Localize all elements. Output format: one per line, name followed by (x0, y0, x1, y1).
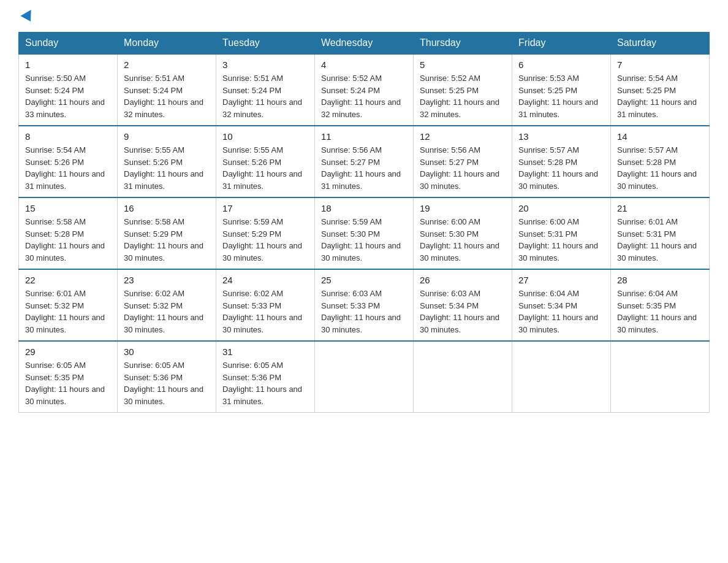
day-info: Sunrise: 5:59 AM Sunset: 5:30 PM Dayligh… (321, 216, 407, 264)
day-number: 26 (420, 275, 506, 285)
day-number: 1 (25, 59, 111, 70)
day-info: Sunrise: 5:57 AM Sunset: 5:28 PM Dayligh… (518, 144, 604, 192)
calendar-cell: 9 Sunrise: 5:55 AM Sunset: 5:26 PM Dayli… (118, 126, 216, 197)
day-info: Sunrise: 6:00 AM Sunset: 5:30 PM Dayligh… (420, 216, 506, 264)
day-number: 17 (222, 203, 308, 213)
calendar-cell: 10 Sunrise: 5:55 AM Sunset: 5:26 PM Dayl… (216, 126, 315, 197)
day-number: 30 (124, 347, 210, 357)
day-number: 2 (124, 59, 210, 70)
day-info: Sunrise: 5:54 AM Sunset: 5:25 PM Dayligh… (617, 72, 703, 120)
day-number: 28 (617, 275, 703, 285)
weekday-header-saturday: Saturday (611, 33, 710, 55)
calendar-week-row: 29 Sunrise: 6:05 AM Sunset: 5:35 PM Dayl… (19, 341, 710, 413)
calendar-cell: 26 Sunrise: 6:03 AM Sunset: 5:34 PM Dayl… (414, 269, 512, 341)
day-info: Sunrise: 5:51 AM Sunset: 5:24 PM Dayligh… (124, 72, 210, 120)
calendar-cell: 8 Sunrise: 5:54 AM Sunset: 5:26 PM Dayli… (19, 126, 118, 197)
day-info: Sunrise: 6:01 AM Sunset: 5:31 PM Dayligh… (617, 216, 703, 264)
calendar-cell: 1 Sunrise: 5:50 AM Sunset: 5:24 PM Dayli… (19, 54, 118, 126)
calendar-cell: 20 Sunrise: 6:00 AM Sunset: 5:31 PM Dayl… (512, 197, 611, 269)
calendar-cell: 16 Sunrise: 5:58 AM Sunset: 5:29 PM Dayl… (118, 197, 216, 269)
weekday-header-tuesday: Tuesday (216, 33, 315, 55)
calendar-cell: 28 Sunrise: 6:04 AM Sunset: 5:35 PM Dayl… (611, 269, 710, 341)
day-number: 4 (321, 59, 407, 70)
day-number: 6 (518, 59, 604, 70)
calendar-cell: 13 Sunrise: 5:57 AM Sunset: 5:28 PM Dayl… (512, 126, 611, 197)
calendar-cell: 24 Sunrise: 6:02 AM Sunset: 5:33 PM Dayl… (216, 269, 315, 341)
calendar-cell: 14 Sunrise: 5:57 AM Sunset: 5:28 PM Dayl… (611, 126, 710, 197)
weekday-header-monday: Monday (118, 33, 216, 55)
day-info: Sunrise: 6:05 AM Sunset: 5:35 PM Dayligh… (25, 359, 111, 407)
day-info: Sunrise: 6:03 AM Sunset: 5:34 PM Dayligh… (420, 288, 506, 335)
day-info: Sunrise: 5:56 AM Sunset: 5:27 PM Dayligh… (420, 144, 506, 192)
calendar-cell: 25 Sunrise: 6:03 AM Sunset: 5:33 PM Dayl… (315, 269, 414, 341)
day-info: Sunrise: 5:52 AM Sunset: 5:24 PM Dayligh… (321, 72, 407, 120)
weekday-header-row: SundayMondayTuesdayWednesdayThursdayFrid… (19, 33, 710, 55)
day-info: Sunrise: 5:53 AM Sunset: 5:25 PM Dayligh… (518, 72, 604, 120)
calendar-cell: 12 Sunrise: 5:56 AM Sunset: 5:27 PM Dayl… (414, 126, 512, 197)
calendar-cell: 23 Sunrise: 6:02 AM Sunset: 5:32 PM Dayl… (118, 269, 216, 341)
day-info: Sunrise: 6:05 AM Sunset: 5:36 PM Dayligh… (124, 359, 210, 407)
day-number: 15 (25, 203, 111, 213)
day-number: 27 (518, 275, 604, 285)
day-info: Sunrise: 5:58 AM Sunset: 5:28 PM Dayligh… (25, 216, 111, 264)
day-number: 11 (321, 131, 407, 142)
day-number: 31 (222, 347, 308, 357)
calendar-cell (315, 341, 414, 413)
calendar-cell: 29 Sunrise: 6:05 AM Sunset: 5:35 PM Dayl… (19, 341, 118, 413)
day-number: 24 (222, 275, 308, 285)
calendar-cell (512, 341, 611, 413)
weekday-header-thursday: Thursday (414, 33, 512, 55)
calendar-cell: 27 Sunrise: 6:04 AM Sunset: 5:34 PM Dayl… (512, 269, 611, 341)
day-number: 8 (25, 131, 111, 142)
day-number: 14 (617, 131, 703, 142)
day-info: Sunrise: 6:05 AM Sunset: 5:36 PM Dayligh… (222, 359, 308, 407)
day-info: Sunrise: 6:04 AM Sunset: 5:34 PM Dayligh… (518, 288, 604, 335)
calendar-cell: 3 Sunrise: 5:51 AM Sunset: 5:24 PM Dayli… (216, 54, 315, 126)
calendar-cell (414, 341, 512, 413)
calendar-cell: 22 Sunrise: 6:01 AM Sunset: 5:32 PM Dayl… (19, 269, 118, 341)
page-header (18, 12, 710, 22)
day-info: Sunrise: 6:01 AM Sunset: 5:32 PM Dayligh… (25, 288, 111, 335)
calendar-cell: 6 Sunrise: 5:53 AM Sunset: 5:25 PM Dayli… (512, 54, 611, 126)
calendar-cell: 21 Sunrise: 6:01 AM Sunset: 5:31 PM Dayl… (611, 197, 710, 269)
day-info: Sunrise: 5:50 AM Sunset: 5:24 PM Dayligh… (25, 72, 111, 120)
day-info: Sunrise: 5:55 AM Sunset: 5:26 PM Dayligh… (222, 144, 308, 192)
calendar-week-row: 15 Sunrise: 5:58 AM Sunset: 5:28 PM Dayl… (19, 197, 710, 269)
calendar-week-row: 8 Sunrise: 5:54 AM Sunset: 5:26 PM Dayli… (19, 126, 710, 197)
day-number: 7 (617, 59, 703, 70)
day-number: 13 (518, 131, 604, 142)
day-number: 21 (617, 203, 703, 213)
day-number: 22 (25, 275, 111, 285)
logo-triangle-icon (20, 10, 36, 25)
day-info: Sunrise: 5:59 AM Sunset: 5:29 PM Dayligh… (222, 216, 308, 264)
day-info: Sunrise: 6:00 AM Sunset: 5:31 PM Dayligh… (518, 216, 604, 264)
day-info: Sunrise: 5:52 AM Sunset: 5:25 PM Dayligh… (420, 72, 506, 120)
calendar-cell: 2 Sunrise: 5:51 AM Sunset: 5:24 PM Dayli… (118, 54, 216, 126)
day-info: Sunrise: 5:51 AM Sunset: 5:24 PM Dayligh… (222, 72, 308, 120)
calendar-cell: 30 Sunrise: 6:05 AM Sunset: 5:36 PM Dayl… (118, 341, 216, 413)
calendar-cell: 4 Sunrise: 5:52 AM Sunset: 5:24 PM Dayli… (315, 54, 414, 126)
day-number: 3 (222, 59, 308, 70)
day-info: Sunrise: 6:02 AM Sunset: 5:33 PM Dayligh… (222, 288, 308, 335)
weekday-header-sunday: Sunday (19, 33, 118, 55)
calendar-cell: 31 Sunrise: 6:05 AM Sunset: 5:36 PM Dayl… (216, 341, 315, 413)
calendar-cell (611, 341, 710, 413)
calendar-week-row: 22 Sunrise: 6:01 AM Sunset: 5:32 PM Dayl… (19, 269, 710, 341)
day-number: 5 (420, 59, 506, 70)
day-info: Sunrise: 5:55 AM Sunset: 5:26 PM Dayligh… (124, 144, 210, 192)
day-info: Sunrise: 5:56 AM Sunset: 5:27 PM Dayligh… (321, 144, 407, 192)
day-info: Sunrise: 5:58 AM Sunset: 5:29 PM Dayligh… (124, 216, 210, 264)
day-number: 23 (124, 275, 210, 285)
weekday-header-friday: Friday (512, 33, 611, 55)
logo (18, 12, 34, 22)
calendar-cell: 17 Sunrise: 5:59 AM Sunset: 5:29 PM Dayl… (216, 197, 315, 269)
day-info: Sunrise: 6:04 AM Sunset: 5:35 PM Dayligh… (617, 288, 703, 335)
calendar-cell: 5 Sunrise: 5:52 AM Sunset: 5:25 PM Dayli… (414, 54, 512, 126)
logo-blue-text (18, 12, 34, 22)
day-info: Sunrise: 5:57 AM Sunset: 5:28 PM Dayligh… (617, 144, 703, 192)
calendar-table: SundayMondayTuesdayWednesdayThursdayFrid… (18, 32, 710, 413)
calendar-cell: 11 Sunrise: 5:56 AM Sunset: 5:27 PM Dayl… (315, 126, 414, 197)
calendar-cell: 7 Sunrise: 5:54 AM Sunset: 5:25 PM Dayli… (611, 54, 710, 126)
day-number: 10 (222, 131, 308, 142)
day-number: 18 (321, 203, 407, 213)
